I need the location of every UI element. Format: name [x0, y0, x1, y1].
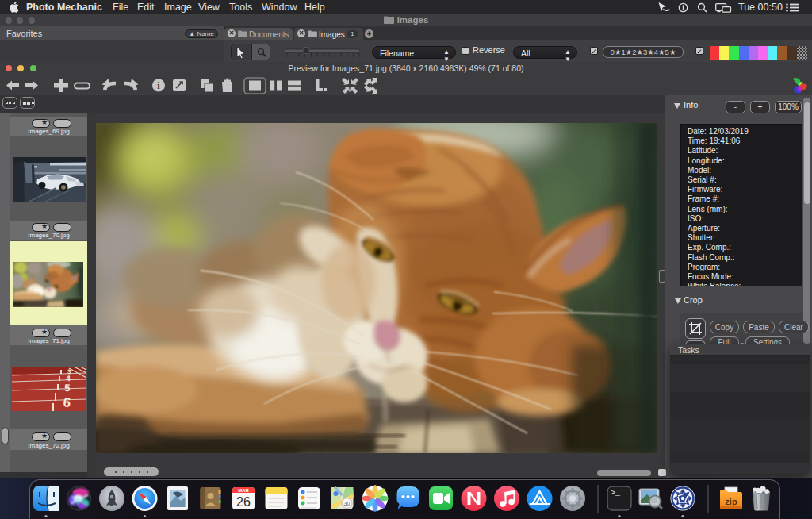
svg-text:MAR: MAR: [238, 488, 249, 493]
svg-text:zip: zip: [725, 497, 737, 506]
svg-text:26: 26: [236, 495, 251, 509]
svg-text:30: 30: [344, 501, 350, 506]
svg-text:5: 5: [64, 382, 71, 394]
svg-text:>_: >_: [611, 489, 621, 498]
